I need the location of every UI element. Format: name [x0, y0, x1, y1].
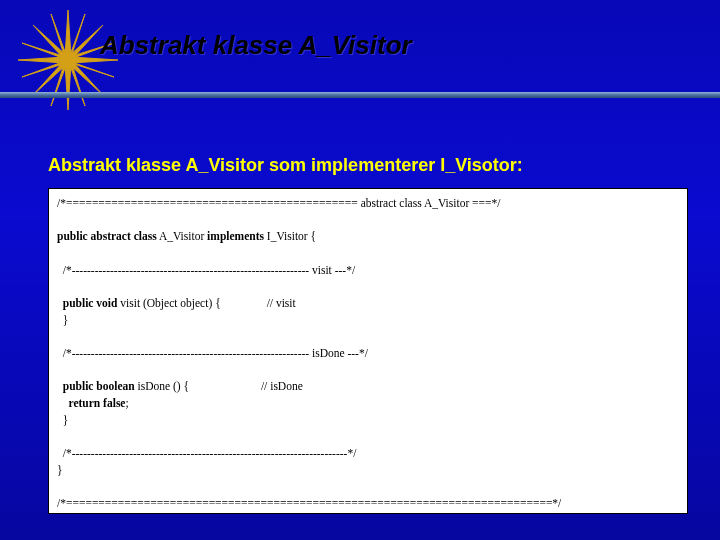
svg-marker-1	[65, 60, 71, 110]
svg-marker-12	[22, 43, 68, 60]
svg-marker-7	[33, 60, 68, 95]
code-line: /*--------------------------------------…	[57, 262, 679, 279]
slide-subtitle: Abstrakt klasse A_Visitor som implemente…	[48, 155, 523, 176]
code-line	[57, 478, 679, 495]
code-line: /*--------------------------------------…	[57, 345, 679, 362]
svg-marker-8	[51, 14, 68, 60]
code-line: }	[57, 412, 679, 429]
svg-marker-10	[68, 14, 85, 60]
code-line: /*--------------------------------------…	[57, 445, 679, 462]
svg-marker-14	[22, 60, 68, 77]
code-line: return false;	[57, 395, 679, 412]
slide-title: Abstrakt klasse A_Visitor	[100, 30, 412, 61]
svg-marker-4	[33, 25, 68, 60]
svg-marker-5	[68, 60, 103, 95]
svg-marker-0	[65, 10, 71, 60]
code-line	[57, 428, 679, 445]
code-line: public void visit (Object object) { // v…	[57, 295, 679, 312]
code-line	[57, 278, 679, 295]
code-line	[57, 212, 679, 229]
svg-marker-6	[68, 25, 103, 60]
svg-marker-13	[68, 60, 114, 77]
code-line	[57, 328, 679, 345]
code-line: }	[57, 312, 679, 329]
code-line	[57, 245, 679, 262]
svg-marker-11	[51, 60, 68, 106]
code-line: }	[57, 462, 679, 479]
divider-rule	[0, 92, 720, 98]
code-line: /*======================================…	[57, 495, 679, 512]
svg-marker-2	[18, 57, 68, 63]
code-line	[57, 362, 679, 379]
svg-marker-9	[68, 60, 85, 106]
code-line: public boolean isDone () { // isDone	[57, 378, 679, 395]
code-line: /*======================================…	[57, 195, 679, 212]
code-line: public abstract class A_Visitor implemen…	[57, 228, 679, 245]
code-box: /*======================================…	[48, 188, 688, 514]
